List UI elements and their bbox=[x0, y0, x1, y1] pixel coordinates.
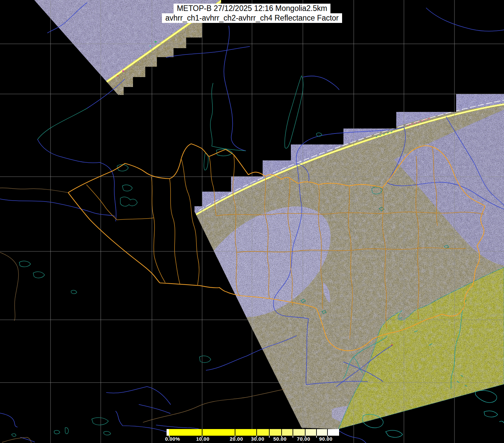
terminator-speck bbox=[155, 41, 157, 43]
map-canvas bbox=[0, 0, 504, 443]
terminator-speck bbox=[122, 70, 124, 72]
terminator-speck bbox=[150, 45, 151, 46]
satellite-quicklook-viewport: METOP-B 27/12/2025 12:16 Mongolia2.5km a… bbox=[0, 0, 504, 443]
terminator-speck bbox=[117, 75, 118, 76]
